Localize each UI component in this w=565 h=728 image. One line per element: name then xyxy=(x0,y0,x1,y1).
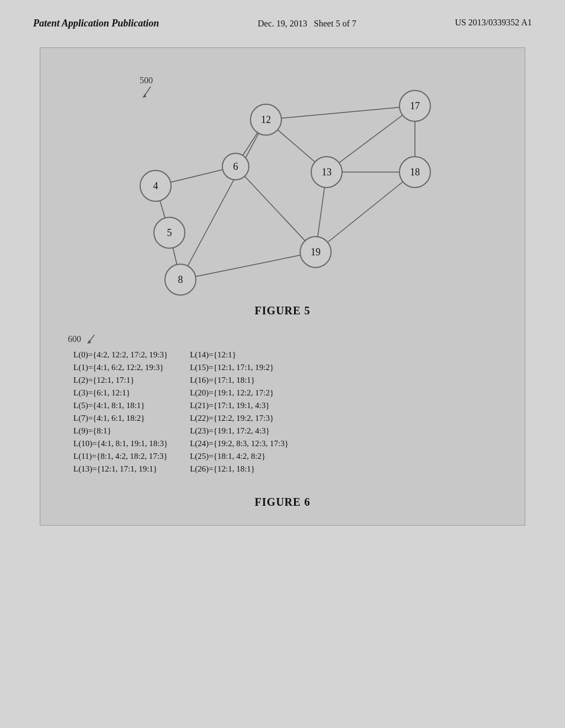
header-patent-number: US 2013/0339352 A1 xyxy=(455,17,532,29)
header-date: Dec. 19, 2013 xyxy=(258,19,307,28)
header-center: Dec. 19, 2013 Sheet 5 of 7 xyxy=(258,17,356,31)
svg-line-15 xyxy=(180,120,266,280)
data-row: L(26)={12:1, 18:1} xyxy=(190,464,289,474)
data-row: L(22)={12:2, 19:2, 17:3} xyxy=(190,414,289,423)
svg-text:13: 13 xyxy=(322,167,332,178)
data-row: L(0)={4:2, 12:2, 17:2, 19:3} xyxy=(73,350,168,360)
svg-line-6 xyxy=(327,106,415,172)
data-col-right: L(14)={12:1}L(15)={12:1, 17:1, 19:2}L(16… xyxy=(190,350,289,474)
page: Patent Application Publication Dec. 19, … xyxy=(0,0,565,728)
header-sheet: Sheet 5 of 7 xyxy=(314,19,356,28)
label-600: 600 xyxy=(68,334,497,345)
svg-text:12: 12 xyxy=(261,114,271,125)
figure5-container: 500 xyxy=(57,65,508,296)
data-row: L(13)={12:1, 17:1, 19:1} xyxy=(73,464,168,474)
figure5-caption: FIGURE 5 xyxy=(255,304,311,317)
data-row: L(23)={19:1, 17:2, 4:3} xyxy=(190,426,289,436)
data-row: L(21)={17:1, 19:1, 4:3} xyxy=(190,401,289,410)
svg-text:8: 8 xyxy=(178,274,183,285)
label-500: 500 xyxy=(140,76,156,101)
svg-line-13 xyxy=(236,167,316,252)
data-row: L(9)={8:1} xyxy=(73,426,168,436)
data-row: L(7)={4:1, 6:1, 18:2} xyxy=(73,414,168,423)
header-publication: Patent Application Publication xyxy=(33,17,159,30)
data-row: L(5)={4:1, 8:1, 18:1} xyxy=(73,401,168,410)
data-row: L(11)={8:1, 4:2, 18:2, 17:3} xyxy=(73,452,168,461)
svg-text:6: 6 xyxy=(233,161,238,172)
figure6-container: 600 L(0)={4:2, 12:2, 17:2, 19:3}L(1)={4:… xyxy=(57,328,508,490)
data-row: L(20)={19:1, 12:2, 17:2} xyxy=(190,388,289,398)
content-area: 500 xyxy=(40,47,525,526)
svg-line-10 xyxy=(180,252,316,280)
svg-text:17: 17 xyxy=(410,100,420,111)
data-row: L(15)={12:1, 17:1, 19:2} xyxy=(190,363,289,372)
data-row: L(24)={19:2, 8:3, 12:3, 17:3} xyxy=(190,439,289,448)
svg-text:19: 19 xyxy=(311,247,321,258)
data-row: L(14)={12:1} xyxy=(190,350,289,360)
data-row: L(1)={4:1, 6:2, 12:2, 19:3} xyxy=(73,363,168,372)
svg-text:5: 5 xyxy=(167,227,172,238)
svg-line-2 xyxy=(266,106,415,120)
svg-text:4: 4 xyxy=(153,180,158,191)
data-col-left: L(0)={4:2, 12:2, 17:2, 19:3}L(1)={4:1, 6… xyxy=(73,350,168,474)
data-row: L(2)={12:1, 17:1} xyxy=(73,376,168,385)
header: Patent Application Publication Dec. 19, … xyxy=(0,0,565,36)
data-columns: L(0)={4:2, 12:2, 17:2, 19:3}L(1)={4:1, 6… xyxy=(68,350,497,474)
data-row: L(16)={17:1, 18:1} xyxy=(190,376,289,385)
data-row: L(10)={4:1, 8:1, 19:1, 18:3} xyxy=(73,439,168,448)
figure6-caption: FIGURE 6 xyxy=(255,496,311,508)
svg-text:18: 18 xyxy=(410,167,420,178)
data-row: L(3)={6:1, 12:1} xyxy=(73,388,168,398)
data-row: L(25)={18:1, 4:2, 8:2} xyxy=(190,452,289,461)
graph-svg: 12 17 6 13 18 4 5 19 8 xyxy=(57,65,508,296)
